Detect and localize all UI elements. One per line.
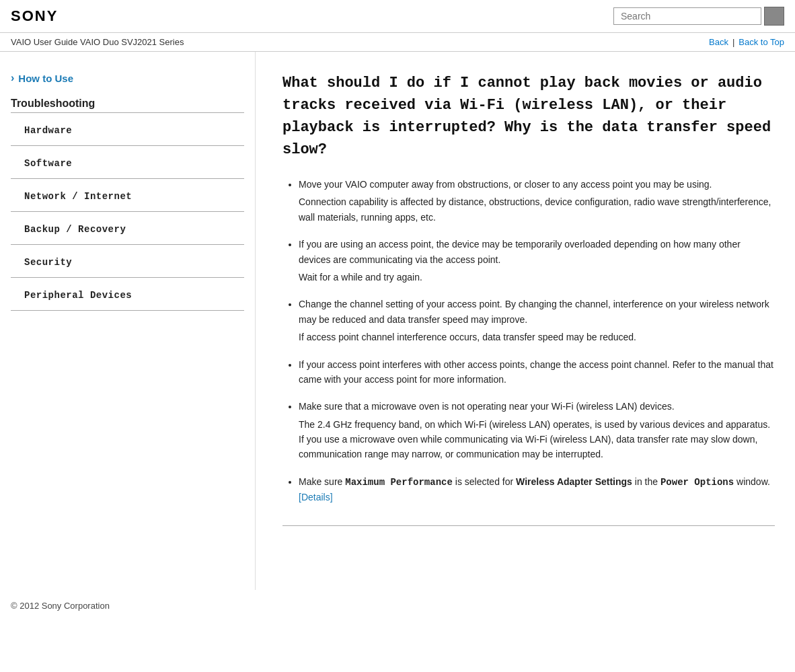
bullet-mono2: Power Options [660,477,734,488]
search-button[interactable] [764,7,784,26]
content-area: What should I do if I cannot play back m… [256,52,795,590]
sidebar-section-title: › How to Use [11,72,244,84]
bullet-suffix2: window. [734,476,770,487]
sidebar-item-software[interactable]: Software [11,146,244,179]
details-link[interactable]: [Details] [299,492,333,502]
bullet-suffix1: in the [632,476,660,487]
search-area [613,7,784,26]
content-list: Move your VAIO computer away from obstru… [282,177,775,505]
sidebar-item-security[interactable]: Security [11,245,244,278]
list-item-special: Make sure Maximum Performance is selecte… [299,474,775,505]
breadcrumb-links: Back | Back to Top [709,37,784,47]
bullet-mono1: Maximum Performance [345,477,453,488]
bullet-main: Change the channel setting of your acces… [299,299,769,324]
bullet-bold: Wireless Adapter Settings [516,476,632,487]
back-to-top-link[interactable]: Back to Top [739,37,784,47]
list-item: Change the channel setting of your acces… [299,297,775,344]
sidebar-item-network[interactable]: Network / Internet [11,179,244,212]
bullet-main: If your access point interferes with oth… [299,359,773,385]
sidebar-section-label: How to Use [18,73,73,84]
breadcrumb-bar: VAIO User Guide VAIO Duo SVJ2021 Series … [0,33,795,52]
sidebar-item-backup[interactable]: Backup / Recovery [11,212,244,245]
bullet-main: Make sure that a microwave oven is not o… [299,401,675,412]
header: SONY [0,0,795,33]
bullet-sub: Wait for a while and try again. [299,270,775,285]
back-link[interactable]: Back [709,37,728,47]
search-input[interactable] [613,7,761,25]
bullet-sub: If access point channel interference occ… [299,330,775,344]
sidebar-category-title: Troubleshooting [11,98,244,110]
list-item: If your access point interferes with oth… [299,357,775,387]
bullet-mid: is selected for [453,476,516,487]
bullet-sub: Connection capability is affected by dis… [299,194,775,225]
main-layout: › How to Use Troubleshooting Hardware So… [0,52,795,590]
sony-logo: SONY [11,7,58,25]
content-bottom-divider [282,525,775,526]
bullet-main: If you are using an access point, the de… [299,239,741,264]
guide-title: VAIO User Guide VAIO Duo SVJ2021 Series [11,37,184,47]
list-item: If you are using an access point, the de… [299,237,775,285]
bullet-prefix: Make sure [299,476,345,487]
chevron-icon: › [11,72,14,84]
sidebar-item-hardware[interactable]: Hardware [11,113,244,146]
footer: © 2012 Sony Corporation [0,590,795,622]
copyright: © 2012 Sony Corporation [11,601,110,611]
list-item: Make sure that a microwave oven is not o… [299,399,775,462]
bullet-main: Move your VAIO computer away from obstru… [299,179,712,190]
content-title: What should I do if I cannot play back m… [282,72,775,161]
sidebar-item-peripheral[interactable]: Peripheral Devices [11,278,244,311]
list-item: Move your VAIO computer away from obstru… [299,177,775,225]
bullet-sub: The 2.4 GHz frequency band, on which Wi-… [299,417,775,462]
sidebar: › How to Use Troubleshooting Hardware So… [0,52,256,590]
